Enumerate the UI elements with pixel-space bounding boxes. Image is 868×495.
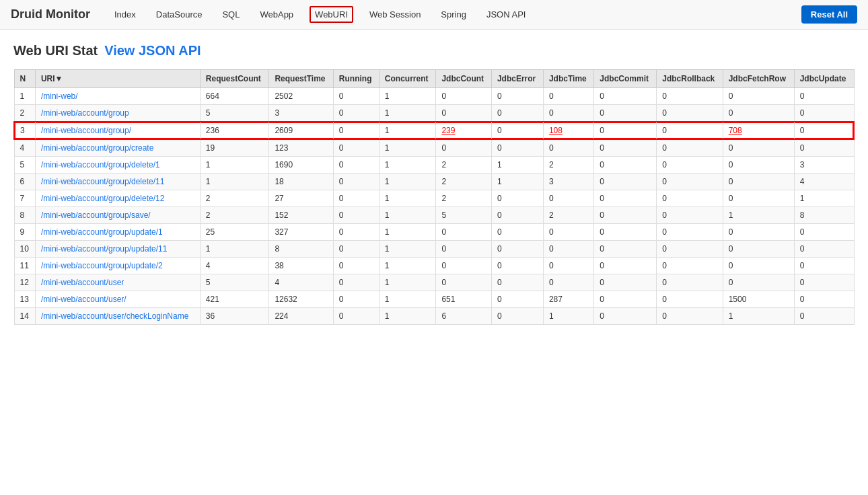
uri-link[interactable]: /mini-web/account/group/update/11 bbox=[41, 244, 167, 254]
cell-n: 9 bbox=[14, 224, 35, 241]
cell-jdbcError: 0 bbox=[491, 122, 543, 139]
cell-running: 0 bbox=[333, 139, 379, 157]
cell-jdbcRollback: 0 bbox=[657, 122, 723, 139]
header-row: NURI▼RequestCountRequestTimeRunningConcu… bbox=[14, 70, 854, 88]
cell-jdbcError: 1 bbox=[491, 157, 543, 174]
uri-stat-table: NURI▼RequestCountRequestTimeRunningConcu… bbox=[13, 69, 855, 325]
cell-jdbcTime: 287 bbox=[543, 291, 593, 308]
cell-n: 10 bbox=[14, 241, 35, 258]
uri-link[interactable]: /mini-web/account/group/ bbox=[41, 126, 131, 135]
cell-requestCount: 1 bbox=[200, 241, 269, 258]
cell-jdbcTime: 3 bbox=[543, 174, 593, 190]
col-header-10: JdbcRollback bbox=[657, 70, 723, 88]
cell-jdbcTime: 1 bbox=[543, 308, 593, 325]
cell-jdbcUpdate: 0 bbox=[794, 139, 854, 157]
cell-concurrent: 1 bbox=[379, 241, 436, 258]
cell-running: 0 bbox=[333, 174, 379, 190]
uri-link[interactable]: /mini-web/account/group/update/2 bbox=[41, 261, 163, 270]
cell-jdbcFetchRow: 0 bbox=[723, 174, 794, 190]
reset-all-button[interactable]: Reset All bbox=[801, 5, 857, 24]
cell-concurrent: 1 bbox=[379, 274, 436, 291]
cell-running: 0 bbox=[333, 308, 379, 325]
nav-link-index[interactable]: Index bbox=[110, 7, 140, 22]
col-header-3: RequestTime bbox=[269, 70, 333, 88]
cell-jdbcError: 0 bbox=[491, 190, 543, 207]
cell-n: 2 bbox=[14, 105, 35, 122]
cell-jdbcTime: 0 bbox=[543, 190, 593, 207]
cell-jdbcRollback: 0 bbox=[657, 207, 723, 224]
nav-link-sql[interactable]: SQL bbox=[218, 7, 244, 22]
cell-uri: /mini-web/account/group/delete/1 bbox=[35, 157, 200, 174]
nav-link-websession[interactable]: Web Session bbox=[365, 7, 425, 22]
cell-concurrent: 1 bbox=[379, 105, 436, 122]
table-row: 11/mini-web/account/group/update/2438010… bbox=[14, 258, 854, 274]
cell-concurrent: 1 bbox=[379, 88, 436, 105]
cell-jdbcError: 0 bbox=[491, 258, 543, 274]
cell-jdbcTime: 108 bbox=[543, 122, 593, 139]
uri-link[interactable]: /mini-web/account/group/delete/11 bbox=[41, 177, 164, 186]
cell-jdbcRollback: 0 bbox=[657, 308, 723, 325]
cell-jdbcCount: 0 bbox=[436, 258, 492, 274]
nav-link-spring[interactable]: Spring bbox=[437, 7, 470, 22]
nav-link-jsonapi[interactable]: JSON API bbox=[482, 7, 530, 22]
table-header: NURI▼RequestCountRequestTimeRunningConcu… bbox=[14, 70, 854, 88]
cell-requestCount: 5 bbox=[200, 105, 269, 122]
cell-jdbcFetchRow: 0 bbox=[723, 241, 794, 258]
cell-requestCount: 19 bbox=[200, 139, 269, 157]
cell-jdbcUpdate: 0 bbox=[794, 258, 854, 274]
cell-jdbcFetchRow: 1 bbox=[723, 207, 794, 224]
cell-requestTime: 4 bbox=[269, 274, 333, 291]
cell-concurrent: 1 bbox=[379, 139, 436, 157]
cell-jdbcCommit: 0 bbox=[594, 122, 657, 139]
table-row: 7/mini-web/account/group/delete/12227012… bbox=[14, 190, 854, 207]
uri-link[interactable]: /mini-web/account/group/create bbox=[41, 143, 153, 153]
cell-jdbcRollback: 0 bbox=[657, 88, 723, 105]
cell-jdbcError: 0 bbox=[491, 241, 543, 258]
table-row: 13/mini-web/account/user/421126320165102… bbox=[14, 291, 854, 308]
cell-jdbcUpdate: 0 bbox=[794, 274, 854, 291]
cell-n: 6 bbox=[14, 174, 35, 190]
cell-running: 0 bbox=[333, 224, 379, 241]
view-json-api-link[interactable]: View JSON API bbox=[104, 43, 201, 59]
table-body: 1/mini-web/66425020100000002/mini-web/ac… bbox=[14, 88, 854, 325]
uri-link[interactable]: /mini-web/account/group/delete/12 bbox=[41, 194, 164, 203]
cell-jdbcRollback: 0 bbox=[657, 274, 723, 291]
cell-uri: /mini-web/account/group bbox=[35, 105, 200, 122]
cell-jdbcFetchRow: 0 bbox=[723, 157, 794, 174]
col-header-5: Concurrent bbox=[379, 70, 436, 88]
cell-jdbcTime: 0 bbox=[543, 88, 593, 105]
cell-jdbcError: 0 bbox=[491, 308, 543, 325]
cell-jdbcRollback: 0 bbox=[657, 190, 723, 207]
uri-link[interactable]: /mini-web/ bbox=[41, 91, 78, 101]
cell-jdbcUpdate: 0 bbox=[794, 308, 854, 325]
cell-running: 0 bbox=[333, 258, 379, 274]
uri-link[interactable]: /mini-web/account/group/save/ bbox=[41, 211, 151, 220]
cell-jdbcFetchRow: 0 bbox=[723, 224, 794, 241]
nav-link-datasource[interactable]: DataSource bbox=[152, 7, 207, 22]
cell-n: 11 bbox=[14, 258, 35, 274]
uri-link[interactable]: /mini-web/account/group/delete/1 bbox=[41, 160, 160, 169]
cell-jdbcUpdate: 0 bbox=[794, 88, 854, 105]
cell-requestTime: 1690 bbox=[269, 157, 333, 174]
cell-jdbcCount: 2 bbox=[436, 190, 492, 207]
cell-n: 7 bbox=[14, 190, 35, 207]
page-title-text: Web URI Stat bbox=[13, 43, 98, 59]
uri-link[interactable]: /mini-web/account/group/update/1 bbox=[41, 227, 163, 237]
col-header-12: JdbcUpdate bbox=[794, 70, 854, 88]
cell-n: 1 bbox=[14, 88, 35, 105]
nav-link-webapp[interactable]: WebApp bbox=[256, 7, 297, 22]
cell-n: 13 bbox=[14, 291, 35, 308]
table-row: 8/mini-web/account/group/save/2152015020… bbox=[14, 207, 854, 224]
uri-link[interactable]: /mini-web/account/user bbox=[41, 278, 124, 287]
col-header-1[interactable]: URI▼ bbox=[35, 70, 200, 88]
cell-requestCount: 1 bbox=[200, 157, 269, 174]
uri-link[interactable]: /mini-web/account/group bbox=[41, 108, 129, 118]
uri-link[interactable]: /mini-web/account/user/checkLoginName bbox=[41, 311, 188, 321]
cell-jdbcCount: 0 bbox=[436, 105, 492, 122]
nav-link-weburi[interactable]: WebURI bbox=[310, 6, 353, 23]
cell-jdbcRollback: 0 bbox=[657, 241, 723, 258]
cell-jdbcCommit: 0 bbox=[594, 224, 657, 241]
cell-jdbcError: 0 bbox=[491, 139, 543, 157]
uri-link[interactable]: /mini-web/account/user/ bbox=[41, 295, 126, 304]
cell-jdbcCommit: 0 bbox=[594, 139, 657, 157]
